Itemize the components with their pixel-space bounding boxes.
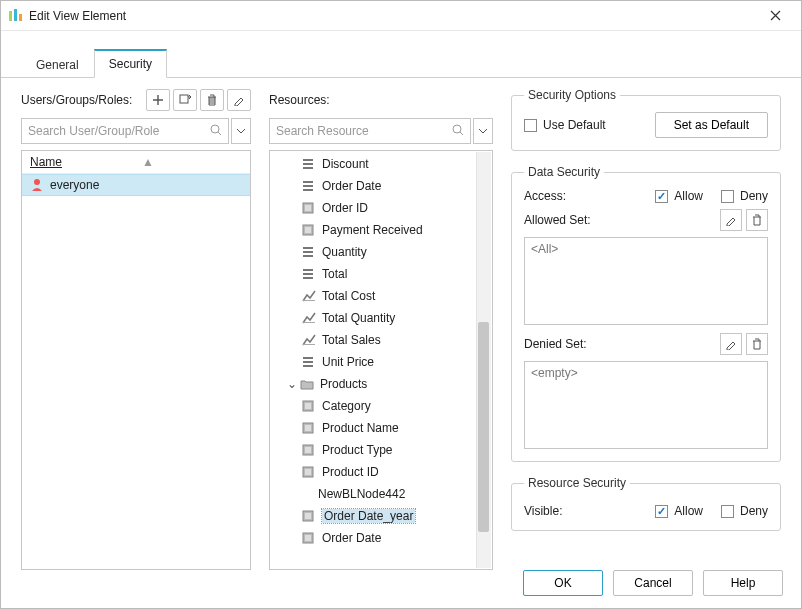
meas-icon [300, 334, 318, 346]
footer-buttons: OK Cancel Help [523, 570, 783, 596]
col-icon [300, 268, 318, 280]
resources-tree[interactable]: DiscountOrder DateOrder IDPayment Receiv… [269, 150, 493, 570]
pencil-icon [233, 94, 245, 106]
users-list[interactable]: Name ▲ everyone [21, 150, 251, 570]
user-row[interactable]: everyone [22, 174, 250, 196]
svg-rect-11 [303, 344, 315, 345]
set-as-default-button[interactable]: Set as Default [655, 112, 768, 138]
ok-button[interactable]: OK [523, 570, 603, 596]
security-options-legend: Security Options [524, 88, 620, 102]
delete-user-button[interactable] [200, 89, 224, 111]
tab-general[interactable]: General [21, 51, 94, 78]
resources-search-input[interactable] [269, 118, 471, 144]
users-search-dropdown[interactable] [231, 118, 251, 144]
close-icon [770, 10, 781, 21]
checkbox-icon [655, 190, 668, 203]
user-name: everyone [50, 178, 99, 192]
tree-item[interactable]: Total [270, 263, 492, 285]
tree-item[interactable]: Order Date [270, 175, 492, 197]
tree-item[interactable]: Quantity [270, 241, 492, 263]
titlebar: Edit View Element [1, 1, 801, 31]
tree-item-label: Order Date_year [322, 509, 415, 523]
visible-allow-checkbox[interactable]: Allow [655, 504, 703, 518]
export-user-button[interactable] [173, 89, 197, 111]
tree-item[interactable]: Category [270, 395, 492, 417]
tree-item-label: Total Sales [322, 333, 381, 347]
users-header-row: Name ▲ [22, 151, 250, 174]
edit-allowed-button[interactable] [720, 209, 742, 231]
help-button[interactable]: Help [703, 570, 783, 596]
chevron-down-icon[interactable]: ⌄ [286, 377, 298, 391]
svg-point-5 [34, 179, 40, 185]
resource-security-group: Resource Security Visible: Allow Deny [511, 476, 781, 531]
tree-item[interactable]: NewBLNode442 [270, 483, 492, 505]
checkbox-icon [721, 190, 734, 203]
tree-item-label: Total Cost [322, 289, 375, 303]
scrollbar-track[interactable] [476, 152, 491, 568]
tree-item[interactable]: Discount [270, 153, 492, 175]
data-security-group: Data Security Access: Allow Deny Allowed… [511, 165, 781, 462]
tree-item-label: Category [322, 399, 371, 413]
tree-item[interactable]: Product ID [270, 461, 492, 483]
edit-denied-button[interactable] [720, 333, 742, 355]
allowed-set-box[interactable]: <All> [524, 237, 768, 325]
denied-set-label: Denied Set: [524, 337, 602, 351]
tree-item[interactable]: Order Date [270, 527, 492, 549]
users-column: Users/Groups/Roles: [21, 88, 251, 570]
tree-item-label: Discount [322, 157, 369, 171]
use-default-checkbox[interactable]: Use Default [524, 118, 606, 132]
tree-folder[interactable]: ⌄Products [270, 373, 492, 395]
chevron-down-icon [237, 129, 245, 134]
cancel-button[interactable]: Cancel [613, 570, 693, 596]
field-icon [300, 510, 318, 522]
tree-item[interactable]: Payment Received [270, 219, 492, 241]
add-user-button[interactable] [146, 89, 170, 111]
tree-item[interactable]: Order ID [270, 197, 492, 219]
tree-item[interactable]: Total Quantity [270, 307, 492, 329]
tree-item[interactable]: Product Name [270, 417, 492, 439]
tree-item-label: Total Quantity [322, 311, 395, 325]
trash-icon [751, 214, 763, 226]
access-allow-checkbox[interactable]: Allow [655, 189, 703, 203]
edit-user-button[interactable] [227, 89, 251, 111]
denied-set-box[interactable]: <empty> [524, 361, 768, 449]
tree-item-label: NewBLNode442 [318, 487, 405, 501]
col-icon [300, 180, 318, 192]
field-icon [300, 466, 318, 478]
resources-search-dropdown[interactable] [473, 118, 493, 144]
users-search [21, 118, 229, 144]
visible-deny-checkbox[interactable]: Deny [721, 504, 768, 518]
trash-icon [206, 94, 218, 106]
access-deny-checkbox[interactable]: Deny [721, 189, 768, 203]
resources-label: Resources: [269, 93, 493, 107]
checkbox-icon [655, 505, 668, 518]
tree-item[interactable]: Total Cost [270, 285, 492, 307]
svg-rect-2 [19, 14, 22, 21]
tree-item-label: Total [322, 267, 347, 281]
tree-item[interactable]: Order Date_year [270, 505, 492, 527]
clear-allowed-button[interactable] [746, 209, 768, 231]
field-icon [300, 444, 318, 456]
close-button[interactable] [755, 2, 795, 30]
tree-item-label: Payment Received [322, 223, 423, 237]
tree-item-label: Order Date [322, 179, 381, 193]
tree-item[interactable]: Unit Price [270, 351, 492, 373]
svg-rect-3 [180, 95, 188, 103]
svg-rect-10 [303, 322, 315, 323]
users-th-name[interactable]: Name [30, 155, 62, 169]
tree-item[interactable]: Total Sales [270, 329, 492, 351]
tree-item[interactable]: Product Type [270, 439, 492, 461]
field-icon [300, 422, 318, 434]
tree-item-label: Products [320, 377, 367, 391]
scrollbar-thumb[interactable] [478, 322, 489, 532]
clear-denied-button[interactable] [746, 333, 768, 355]
tab-security[interactable]: Security [94, 49, 167, 78]
tree-item-label: Order ID [322, 201, 368, 215]
allowed-set-label: Allowed Set: [524, 213, 602, 227]
tree-item-label: Product Name [322, 421, 399, 435]
security-options-group: Security Options Use Default Set as Defa… [511, 88, 781, 151]
svg-rect-9 [303, 300, 315, 301]
users-label: Users/Groups/Roles: [21, 93, 143, 107]
col-icon [300, 158, 318, 170]
users-search-input[interactable] [21, 118, 229, 144]
